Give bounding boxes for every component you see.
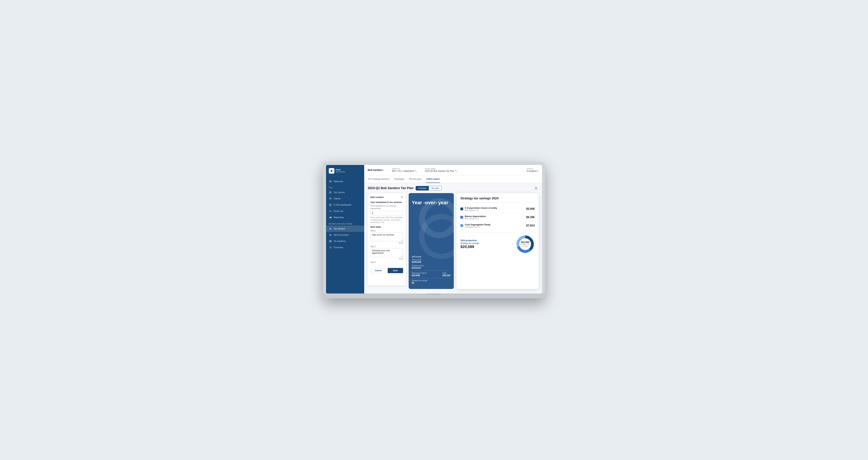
next-steps-section: Next steps Step 1 30/60 Step 2 30/60 Ste…	[370, 226, 403, 263]
investment-note: Enter number only: ROI will be calculate…	[370, 216, 403, 224]
donut-label: $20,088 Strategic tax savings	[521, 241, 530, 247]
strategy-savings-card: Strategy tax savings 2024 S Corporation …	[457, 193, 538, 289]
sidebar-nav: Welcome TAX Tax returns Clients	[326, 176, 364, 294]
svg-rect-13	[329, 241, 330, 242]
strategy-card-title: Strategy tax savings 2024	[460, 196, 535, 203]
strategy-amount-1: $6,366	[526, 216, 535, 219]
projection-label: 2024 projection	[460, 239, 512, 242]
next-steps-label: Next steps	[370, 226, 403, 228]
logo-text: intuit proconnect	[336, 169, 345, 173]
sidebar: intuit proconnect Welcome TAX	[326, 165, 364, 294]
cancel-button[interactable]: Cancel	[370, 268, 386, 273]
proposal-toggle-btn[interactable]: Proposal	[416, 186, 429, 190]
svg-rect-6	[330, 217, 331, 218]
strategy-color-1	[460, 216, 463, 219]
tab-pre-strategy[interactable]: Pre-strategy baseline	[368, 175, 390, 183]
investment-input[interactable]	[370, 211, 403, 216]
svg-text:Q: Q	[330, 235, 331, 236]
sidebar-item-welcome[interactable]: Welcome	[326, 178, 364, 185]
settings-icon[interactable]	[534, 186, 538, 191]
cart-icon	[329, 246, 332, 249]
user-info: Bob Sanders ▾	[368, 168, 384, 172]
status-value[interactable]: In progress ▾	[527, 170, 538, 172]
save-button[interactable]: Save	[388, 268, 403, 273]
sidebar-item-purchase[interactable]: Purchase	[326, 244, 364, 251]
tax-section-label: TAX	[326, 185, 364, 189]
svg-rect-0	[329, 181, 332, 183]
report-stats: 2023 actual Total income $188,692 Taxabl…	[412, 256, 451, 285]
profile-value[interactable]: MFJ / CA / 1 dependent ✏️	[392, 170, 417, 172]
user-name-section[interactable]: Bob Sanders ▾	[368, 168, 384, 172]
svg-rect-5	[329, 217, 330, 218]
step3-label: Step 3	[370, 261, 403, 263]
svg-point-17	[535, 188, 536, 189]
main-content: Bob Sanders ▾ Profile MFJ / CA / 1 depen…	[364, 165, 542, 294]
edit-panel-header: Edit content ✕	[370, 196, 403, 198]
step1-textarea[interactable]	[370, 232, 403, 241]
sidebar-item-tax-advisor[interactable]: Tax Advisor	[326, 225, 364, 232]
tax-plan-toggle-btn[interactable]: Tax plan	[429, 186, 441, 190]
close-edit-panel-button[interactable]: ✕	[401, 196, 403, 198]
sidebar-item-tax-returns[interactable]: Tax returns	[326, 189, 364, 195]
strategy-name-1: Bonus depreciation Bob Sanders (T)	[465, 215, 524, 220]
laptop-notch	[427, 294, 441, 295]
tab-client-report[interactable]: Client report	[426, 175, 440, 183]
app-container: intuit proconnect Welcome TAX	[326, 165, 542, 294]
page-header: 2023-Q1 Bob Sanders Tax Plan Proposal Ta…	[368, 186, 538, 191]
link-icon	[329, 210, 332, 213]
report-card: Year -over- year 2023 actual Total incom…	[409, 193, 454, 289]
edit-panel-title: Edit content	[370, 196, 383, 198]
year-over-year-label: Year -over- year	[412, 200, 451, 205]
edit-plan-icon: ✏️	[455, 170, 457, 172]
strategy-color-0	[460, 208, 463, 210]
edit-panel: Edit content ✕ Your investment in our se…	[368, 193, 406, 285]
strategy-color-2	[460, 224, 463, 227]
profile-section: Profile MFJ / CA / 1 dependent ✏️	[389, 168, 417, 172]
tab-strategies[interactable]: Strategies	[394, 175, 405, 183]
step1-label: Step 1	[370, 229, 403, 232]
svg-point-15	[330, 248, 330, 248]
investment-title: Your investment in our services	[370, 201, 403, 204]
sidebar-item-efile[interactable]: E-File Dashboard	[326, 202, 364, 208]
investment-desc: You investment in our services (annual f…	[370, 205, 403, 210]
svg-rect-14	[331, 241, 332, 242]
step2-char-count: 30/60	[370, 258, 403, 260]
sidebar-item-clients[interactable]: Clients	[326, 195, 364, 202]
sidebar-item-reporting[interactable]: Reporting	[326, 214, 364, 220]
content-area: Edit content ✕ Your investment in our se…	[368, 193, 538, 289]
sidebar-item-intuit-link[interactable]: Intuit Link	[326, 208, 364, 214]
investment-section: Your investment in our services You inve…	[370, 201, 403, 224]
strategy-amount-2: $7,814	[526, 224, 535, 227]
svg-rect-12	[331, 240, 332, 241]
strategy-savings-row: Strategy tax savings $0	[412, 280, 451, 284]
projection-row: 2024 projection Strategy tax savings $20…	[460, 232, 535, 254]
svg-rect-11	[329, 240, 330, 241]
svg-rect-7	[331, 216, 332, 218]
edit-profile-icon: ✏️	[414, 170, 417, 172]
advisor-icon	[329, 227, 332, 230]
step2-textarea[interactable]	[370, 248, 403, 257]
svg-point-8	[330, 228, 331, 229]
action-row: Cancel Save	[370, 266, 403, 273]
sidebar-item-qb-accountant[interactable]: Q QB Accountant	[326, 232, 364, 238]
status-chevron-icon: ▾	[538, 170, 538, 172]
list-icon	[329, 203, 332, 207]
plan-section: Plan name 2023-Q1 Bob Sanders Tax Plan ✏…	[421, 168, 457, 172]
workflow-section-label: WORKFLOW SOLUTIONS	[326, 220, 364, 225]
svg-point-3	[331, 198, 332, 198]
projection-info: 2024 projection Strategy tax savings $20…	[460, 239, 512, 249]
intuit-logo-icon	[329, 168, 334, 174]
strategy-item-2: Cost Segregation Study Inherited Farm (T…	[460, 222, 535, 230]
tab-review-plan[interactable]: Review plan	[409, 175, 422, 183]
grid-icon	[329, 240, 332, 243]
federal-taxes-row: Total taxes Federal $32,898 State $25,08…	[412, 272, 451, 277]
strategy-item-0: S Corporation choice of entity Bob Sande…	[460, 205, 535, 213]
sidebar-item-all-solutions[interactable]: All solutions	[326, 238, 364, 244]
step1-char-count: 30/60	[370, 242, 403, 244]
user-chevron-icon: ▾	[383, 169, 384, 171]
projection-value: $20,088	[460, 245, 512, 249]
plan-value[interactable]: 2023-Q1 Bob Sanders Tax Plan ✏️	[425, 170, 457, 172]
projection-sub: Strategy tax savings	[460, 242, 512, 245]
sub-nav-tabs: Pre-strategy baseline Strategies Review …	[368, 175, 538, 183]
top-bar: Bob Sanders ▾ Profile MFJ / CA / 1 depen…	[364, 165, 542, 175]
